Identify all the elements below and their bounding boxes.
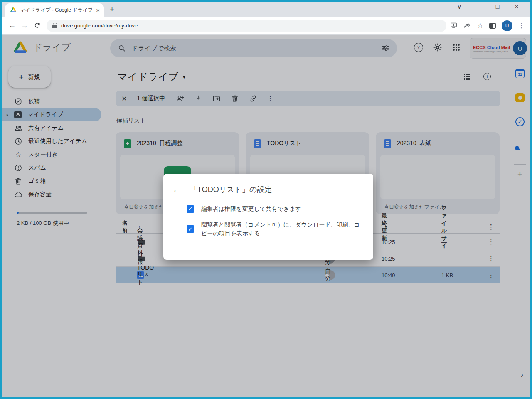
share-settings-dialog: ← 「TODOリスト」の設定 ✓ 編集者は権限を変更して共有できます ✓ 閲覧者… — [163, 174, 373, 260]
tab-strip: マイドライブ - Google ドライブ × + ∨ – □ × — [2, 2, 530, 17]
browser-toolbar: ← → drive.google.com/drive/my-drive ☆ U … — [2, 17, 530, 35]
bookmark-star-icon[interactable]: ☆ — [477, 21, 483, 30]
forward-button[interactable]: → — [18, 20, 31, 32]
share-icon[interactable] — [463, 22, 471, 30]
tab-search-icon[interactable]: ∨ — [450, 3, 469, 10]
checkbox-checked-icon[interactable]: ✓ — [187, 225, 194, 233]
browser-avatar[interactable]: U — [502, 20, 512, 31]
browser-tab[interactable]: マイドライブ - Google ドライブ × — [5, 3, 104, 17]
dialog-title: 「TODOリスト」の設定 — [190, 185, 272, 195]
url-text: drive.google.com/drive/my-drive — [61, 22, 138, 29]
install-icon[interactable] — [450, 22, 458, 30]
new-tab-button[interactable]: + — [110, 5, 114, 13]
browser-window: マイドライブ - Google ドライブ × + ∨ – □ × ← → dri… — [2, 2, 530, 397]
side-panel-icon[interactable] — [489, 23, 496, 29]
screen-share-frame: マイドライブ - Google ドライブ × + ∨ – □ × ← → dri… — [0, 0, 532, 399]
lock-icon[interactable] — [52, 23, 57, 28]
back-button[interactable]: ← — [6, 20, 18, 32]
checkbox-checked-icon[interactable]: ✓ — [187, 205, 194, 213]
tab-close-icon[interactable]: × — [95, 7, 101, 13]
editors-permission-option[interactable]: ✓ 編集者は権限を変更して共有できます — [187, 204, 373, 213]
tab-title: マイドライブ - Google ドライブ — [20, 7, 92, 14]
viewers-download-option[interactable]: ✓ 閲覧者と閲覧者（コメント可）に、ダウンロード、印刷、コピーの項目を表示する — [187, 220, 373, 238]
minimize-button[interactable]: – — [469, 3, 488, 10]
close-window-button[interactable]: × — [507, 3, 526, 10]
back-arrow-icon[interactable]: ← — [172, 185, 181, 195]
drive-favicon — [10, 7, 17, 13]
url-bar[interactable]: drive.google.com/drive/my-drive — [47, 20, 446, 32]
maximize-button[interactable]: □ — [488, 3, 507, 10]
drive-page: ドライブ ドライブで検索 ? ECCS Cloud Mail — [2, 35, 530, 397]
browser-menu-icon[interactable]: ⋮ — [518, 22, 525, 30]
reload-button[interactable] — [31, 20, 43, 32]
